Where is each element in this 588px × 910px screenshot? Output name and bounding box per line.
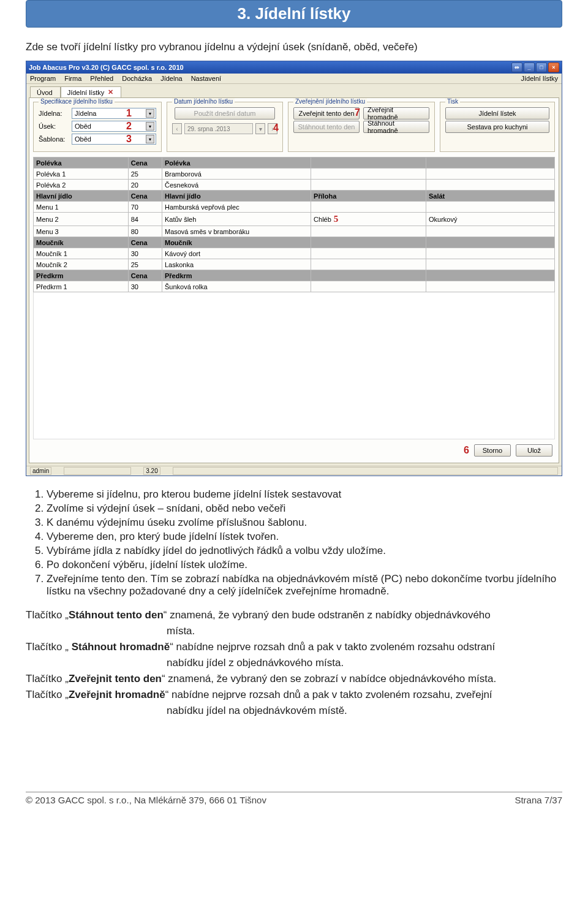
menu-firma[interactable]: Firma bbox=[64, 75, 81, 82]
menubar: Program Firma Přehled Docházka Jídelna N… bbox=[26, 74, 562, 84]
maximize-icon[interactable]: □ bbox=[536, 63, 547, 72]
worksurface: Specifikace jídelního lístku Jídelna: Jí… bbox=[29, 97, 559, 463]
restore-icon[interactable]: ⇔ bbox=[511, 63, 522, 72]
print-menu-button[interactable]: Jídelní lístek bbox=[445, 107, 549, 119]
table-row[interactable]: Polévka 220Česneková bbox=[34, 180, 555, 191]
status-user: admin bbox=[30, 467, 51, 475]
table-row[interactable]: Předkrm 130Šunková rolka bbox=[34, 281, 555, 292]
sablona-combo[interactable]: Oběd ▾ bbox=[72, 134, 156, 145]
footer-left: © 2013 GACC spol. s r.o., Na Mlékárně 37… bbox=[26, 795, 266, 805]
titlebar: Job Abacus Pro v3.20 (C) GACC spol. s r.… bbox=[26, 61, 562, 74]
step-6: Po dokončení výběru, jídelní lístek ulož… bbox=[47, 559, 562, 571]
page-title-banner: 3. Jídelní lístky bbox=[26, 0, 562, 28]
group-date-title: Datum jídelního lístku bbox=[172, 98, 235, 105]
table-row[interactable]: Menu 170Hamburská vepřová plec bbox=[34, 202, 555, 213]
def-stahnout-den: Stáhnout tento den bbox=[69, 609, 164, 621]
annotation-3: 3 bbox=[126, 134, 132, 145]
chevron-down-icon[interactable]: ▾ bbox=[146, 109, 154, 118]
menu-jidelna[interactable]: Jídelna bbox=[160, 75, 182, 82]
publish-day-button[interactable]: Zveřejnit tento den bbox=[293, 107, 360, 119]
group-spec-title: Specifikace jídelního lístku bbox=[39, 98, 115, 105]
usek-value: Oběd bbox=[75, 123, 91, 130]
step-2: Zvolíme si výdejní úsek – snídani, oběd … bbox=[47, 502, 562, 515]
tab-close-icon[interactable]: ✕ bbox=[108, 88, 113, 96]
group-publish-title: Zveřejnění jídelního lístku bbox=[293, 98, 367, 105]
tabbar: Úvod Jídelní lístky ✕ bbox=[30, 86, 562, 97]
button-definitions: Tlačítko „Stáhnout tento den“ znamená, ž… bbox=[26, 609, 562, 718]
jidelna-value: Jídelna bbox=[75, 110, 96, 117]
status-version: 3.20 bbox=[143, 467, 160, 475]
annotation-6: 6 bbox=[464, 445, 469, 456]
close-icon[interactable]: × bbox=[548, 63, 559, 72]
table-row[interactable]: Menu 284Katův šleh Chléb5 Okurkový bbox=[34, 213, 555, 226]
publish-day-label: Zveřejnit tento den bbox=[298, 110, 354, 117]
table-row[interactable]: Moučník 225Laskonka bbox=[34, 259, 555, 270]
table-row[interactable]: Moučník 130Kávový dort bbox=[34, 248, 555, 259]
steps-list: Vybereme si jídelnu, pro kterou budeme j… bbox=[47, 488, 562, 597]
def-zverejnit-den: Zveřejnit tento den bbox=[69, 673, 162, 684]
publish-bulk-button[interactable]: Zveřejnit hromadně bbox=[363, 107, 429, 119]
date-prev-button[interactable]: ‹ bbox=[172, 123, 182, 134]
minimize-icon[interactable]: _ bbox=[524, 63, 535, 72]
priloha-val: Chléb bbox=[314, 216, 331, 223]
table-row[interactable]: Polévka 125Bramborová bbox=[34, 169, 555, 180]
usek-combo[interactable]: Oběd ▾ bbox=[72, 121, 156, 132]
hdr-polevka: Polévka bbox=[34, 157, 129, 169]
hdr-polevka2: Polévka bbox=[162, 157, 311, 169]
window-title: Job Abacus Pro v3.20 (C) GACC spol. s r.… bbox=[29, 64, 184, 71]
menu-program[interactable]: Program bbox=[30, 75, 56, 82]
withdraw-day-button[interactable]: Stáhnout tento den bbox=[293, 121, 360, 133]
step-5: Vybíráme jídla z nabídky jídel do jednot… bbox=[47, 545, 562, 557]
step-4: Vybereme den, pro který bude jídelní lís… bbox=[47, 531, 562, 543]
menu-dochazka[interactable]: Docházka bbox=[122, 75, 152, 82]
annotation-7: 7 bbox=[355, 107, 360, 118]
def-stahnout-hromadne: Stáhnout hromadně bbox=[72, 641, 170, 653]
group-spec: Specifikace jídelního lístku Jídelna: Jí… bbox=[33, 102, 162, 152]
app-window: Job Abacus Pro v3.20 (C) GACC spol. s r.… bbox=[26, 61, 562, 476]
chevron-down-icon[interactable]: ▾ bbox=[146, 135, 154, 143]
usek-label: Úsek: bbox=[39, 123, 68, 130]
annotation-5: 5 bbox=[334, 214, 339, 224]
sablona-value: Oběd bbox=[75, 135, 91, 143]
jidelna-label: Jídelna: bbox=[39, 110, 68, 117]
menu-table: Polévka Cena Polévka Polévka 125Bramboro… bbox=[33, 157, 555, 292]
menu-nastaveni[interactable]: Nastavení bbox=[191, 75, 222, 82]
group-publish: Zveřejnění jídelního lístku Zveřejnit te… bbox=[288, 102, 435, 152]
print-kitchen-button[interactable]: Sestava pro kuchyni bbox=[445, 121, 549, 133]
sablona-label: Šablona: bbox=[39, 135, 68, 143]
intro-text: Zde se tvoří jídelní lístky pro vybranou… bbox=[26, 41, 562, 53]
date-dd-icon[interactable]: ▾ bbox=[255, 123, 265, 134]
step-3: K danému výdejnímu úseku zvolíme přísluš… bbox=[47, 517, 562, 529]
uloz-button[interactable]: Ulož bbox=[516, 444, 552, 457]
menu-prehled[interactable]: Přehled bbox=[90, 75, 113, 82]
annotation-4: 4 bbox=[273, 123, 279, 134]
tab-uvod-label: Úvod bbox=[37, 89, 53, 96]
jidelna-combo[interactable]: Jídelna ▾ bbox=[72, 108, 156, 119]
group-date: Datum jídelního lístku Použít dnešní dat… bbox=[167, 102, 283, 152]
tab-jl-label: Jídelní lístky bbox=[67, 89, 105, 96]
footer-right: Strana 7/37 bbox=[514, 795, 562, 805]
step-7: Zveřejníme tento den. Tím se zobrazí nab… bbox=[47, 573, 562, 597]
use-today-button[interactable]: Použít dnešní datum bbox=[175, 107, 275, 119]
group-print-title: Tisk bbox=[445, 98, 460, 105]
withdraw-bulk-button[interactable]: Stáhnout hromadně bbox=[363, 121, 429, 133]
page-footer: © 2013 GACC spol. s r.o., Na Mlékárně 37… bbox=[26, 792, 562, 805]
menu-jidelni-listky[interactable]: Jídelní lístky bbox=[521, 75, 558, 82]
group-print: Tisk Jídelní lístek Sestava pro kuchyni bbox=[440, 102, 555, 152]
chevron-down-icon[interactable]: ▾ bbox=[146, 122, 154, 131]
step-1: Vybereme si jídelnu, pro kterou budeme j… bbox=[47, 488, 562, 501]
date-value[interactable]: 29. srpna .2013 bbox=[184, 123, 253, 134]
tab-jidelni-listky[interactable]: Jídelní lístky ✕ bbox=[61, 86, 122, 97]
def-zverejnit-hromadne: Zveřejnit hromadně bbox=[69, 689, 165, 700]
annotation-2: 2 bbox=[126, 121, 132, 132]
table-row[interactable]: Menu 380Masová směs v bramboráku bbox=[34, 226, 555, 237]
statusbar: admin 3.20 bbox=[26, 466, 562, 476]
tab-uvod[interactable]: Úvod bbox=[30, 86, 61, 97]
hdr-cena: Cena bbox=[128, 157, 162, 169]
annotation-1: 1 bbox=[126, 108, 132, 119]
storno-button[interactable]: Storno bbox=[474, 444, 511, 457]
table-empty-area bbox=[33, 292, 555, 439]
